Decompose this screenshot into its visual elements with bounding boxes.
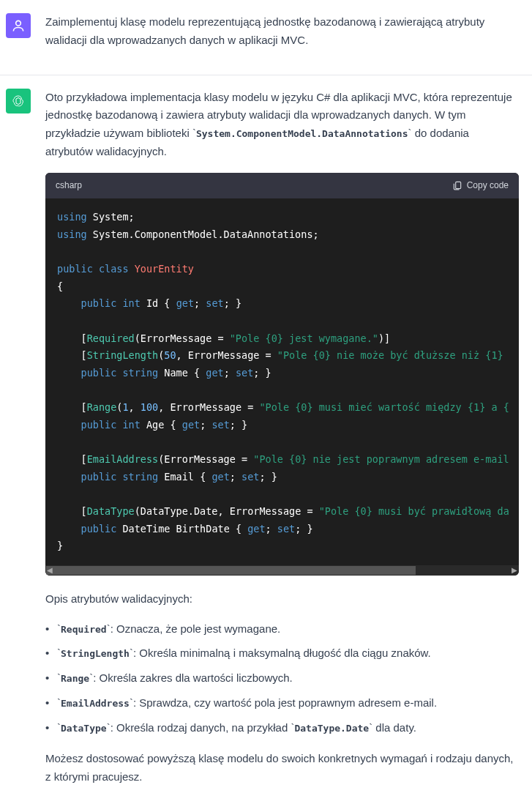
person-icon <box>11 18 26 33</box>
outro-paragraph: Możesz dostosować powyższą klasę modelu … <box>45 750 519 786</box>
scroll-left-arrow-icon[interactable]: ◀ <box>47 565 53 576</box>
list-item: `StringLength`: Określa minimalną i maks… <box>45 644 519 663</box>
term-desc: : Sprawdza, czy wartość pola jest popraw… <box>133 696 437 709</box>
term-code: DataType <box>61 723 107 734</box>
term-code: Range <box>61 673 89 684</box>
copy-label: Copy code <box>467 179 509 193</box>
list-item: `EmailAddress`: Sprawdza, czy wartość po… <box>45 694 519 712</box>
assistant-avatar <box>6 89 31 113</box>
openai-icon <box>11 94 26 108</box>
user-text: Zaimplementuj klasę modelu reprezentując… <box>45 13 519 50</box>
term-code: EmailAddress <box>61 698 130 709</box>
term-code: StringLength <box>61 648 130 659</box>
copy-code-button[interactable]: Copy code <box>452 179 509 193</box>
user-avatar <box>6 13 31 38</box>
term-code: Required <box>61 624 107 635</box>
attributes-heading: Opis atrybutów walidacyjnych: <box>45 590 519 608</box>
horizontal-scrollbar[interactable]: ◀ ▶ <box>45 565 519 576</box>
code-block: csharp Copy code using System; using Sys… <box>45 173 519 576</box>
list-item: `Range`: Określa zakres dla wartości lic… <box>45 669 519 688</box>
term-desc: : Określa minimalną i maksymalną długość… <box>133 647 431 659</box>
assistant-content: Oto przykładowa implementacja klasy mode… <box>45 89 519 798</box>
svg-rect-1 <box>455 182 460 189</box>
svg-point-0 <box>16 21 21 26</box>
intro-inline-code: System.ComponentModel.DataAnnotations <box>196 128 408 139</box>
assistant-message-row: Oto przykładowa implementacja klasy mode… <box>0 75 532 805</box>
user-message-row: Zaimplementuj klasę modelu reprezentując… <box>0 0 532 75</box>
term-desc: : Oznacza, że pole jest wymagane. <box>110 622 281 635</box>
intro-paragraph: Oto przykładowa implementacja klasy mode… <box>45 89 519 161</box>
list-item: `Required`: Oznacza, że pole jest wymaga… <box>45 620 519 639</box>
code-content: using System; using System.ComponentMode… <box>45 198 519 565</box>
term-desc: : Określa zakres dla wartości liczbowych… <box>93 671 293 684</box>
attributes-list: `Required`: Oznacza, że pole jest wymaga… <box>45 620 519 737</box>
clipboard-icon <box>452 180 462 190</box>
term-desc: : Określa rodzaj danych, na przykład <box>110 721 291 734</box>
term-desc: dla daty. <box>372 721 416 734</box>
code-language-label: csharp <box>56 179 82 193</box>
scrollbar-thumb[interactable] <box>46 566 416 575</box>
list-item: `DataType`: Określa rodzaj danych, na pr… <box>45 719 519 737</box>
user-message-content: Zaimplementuj klasę modelu reprezentując… <box>45 13 519 62</box>
code-scroll-area[interactable]: using System; using System.ComponentMode… <box>45 198 519 565</box>
term-code: DataType.Date <box>294 723 369 734</box>
scroll-right-arrow-icon[interactable]: ▶ <box>512 565 517 576</box>
code-header: csharp Copy code <box>45 173 519 199</box>
